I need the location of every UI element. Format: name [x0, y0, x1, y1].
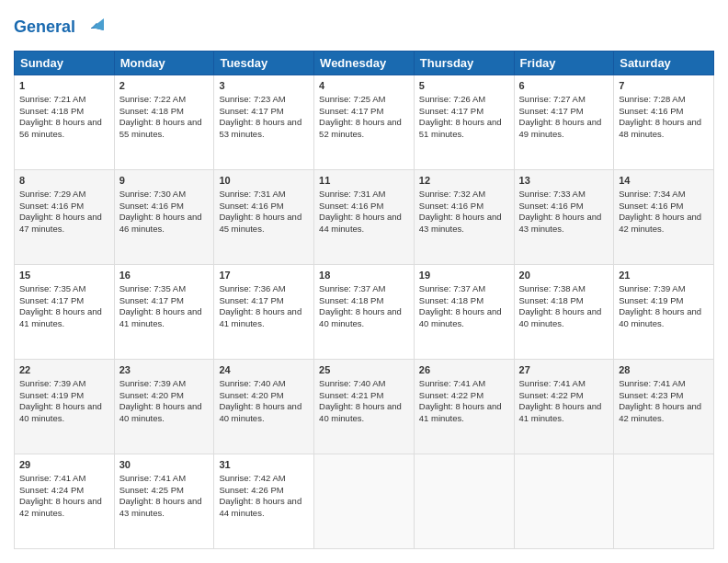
day-number: 4: [319, 79, 409, 93]
logo: General: [14, 14, 106, 41]
day-number: 31: [219, 458, 309, 472]
day-number: 30: [119, 458, 210, 472]
calendar-week-5: 29Sunrise: 7:41 AMSunset: 4:24 PMDayligh…: [15, 454, 714, 549]
calendar-table: SundayMondayTuesdayWednesdayThursdayFrid…: [14, 51, 714, 549]
page: General SundayMondayTuesdayWednesdayThur…: [0, 0, 728, 563]
calendar-week-3: 15Sunrise: 7:35 AMSunset: 4:17 PMDayligh…: [15, 265, 714, 360]
day-number: 7: [619, 79, 709, 93]
calendar-body: 1Sunrise: 7:21 AMSunset: 4:18 PMDaylight…: [15, 75, 714, 549]
calendar-week-4: 22Sunrise: 7:39 AMSunset: 4:19 PMDayligh…: [15, 360, 714, 454]
svg-marker-1: [92, 18, 104, 30]
calendar-cell: 27Sunrise: 7:41 AMSunset: 4:22 PMDayligh…: [514, 360, 614, 454]
calendar-cell: 4Sunrise: 7:25 AMSunset: 4:17 PMDaylight…: [314, 75, 415, 170]
header: General: [14, 14, 714, 41]
day-number: 5: [419, 79, 509, 93]
calendar-cell: 25Sunrise: 7:40 AMSunset: 4:21 PMDayligh…: [314, 360, 415, 454]
day-number: 15: [19, 269, 109, 282]
day-number: 12: [419, 174, 509, 188]
calendar-cell: 3Sunrise: 7:23 AMSunset: 4:17 PMDaylight…: [214, 75, 314, 170]
calendar-cell: 16Sunrise: 7:35 AMSunset: 4:17 PMDayligh…: [114, 265, 214, 360]
calendar-cell: 17Sunrise: 7:36 AMSunset: 4:17 PMDayligh…: [214, 265, 314, 360]
day-number: 13: [519, 174, 609, 188]
day-number: 2: [119, 79, 210, 93]
calendar-cell: 14Sunrise: 7:34 AMSunset: 4:16 PMDayligh…: [614, 170, 714, 265]
calendar-week-2: 8Sunrise: 7:29 AMSunset: 4:16 PMDaylight…: [15, 170, 714, 265]
logo-general: General: [14, 17, 75, 38]
day-header-saturday: Saturday: [614, 52, 714, 75]
calendar-cell: 5Sunrise: 7:26 AMSunset: 4:17 PMDaylight…: [414, 75, 514, 170]
calendar-cell: 12Sunrise: 7:32 AMSunset: 4:16 PMDayligh…: [414, 170, 514, 265]
day-number: 22: [19, 363, 109, 377]
calendar-cell: 26Sunrise: 7:41 AMSunset: 4:22 PMDayligh…: [414, 360, 514, 454]
calendar-cell: 29Sunrise: 7:41 AMSunset: 4:24 PMDayligh…: [15, 454, 115, 549]
day-header-sunday: Sunday: [15, 52, 115, 75]
day-header-tuesday: Tuesday: [214, 52, 314, 75]
day-number: 29: [19, 458, 109, 472]
calendar-cell: 18Sunrise: 7:37 AMSunset: 4:18 PMDayligh…: [314, 265, 415, 360]
day-number: 14: [619, 174, 709, 188]
calendar-cell: 7Sunrise: 7:28 AMSunset: 4:16 PMDaylight…: [614, 75, 714, 170]
calendar-cell: 31Sunrise: 7:42 AMSunset: 4:26 PMDayligh…: [214, 454, 314, 549]
day-header-friday: Friday: [514, 52, 614, 75]
calendar-cell: 22Sunrise: 7:39 AMSunset: 4:19 PMDayligh…: [15, 360, 115, 454]
day-number: 16: [119, 269, 210, 282]
logo-text: General: [14, 14, 106, 41]
calendar-cell: 11Sunrise: 7:31 AMSunset: 4:16 PMDayligh…: [314, 170, 415, 265]
day-number: 27: [519, 363, 609, 377]
calendar-cell: 8Sunrise: 7:29 AMSunset: 4:16 PMDaylight…: [15, 170, 115, 265]
day-number: 26: [419, 363, 509, 377]
day-number: 28: [619, 363, 709, 377]
logo-bird-icon: [78, 14, 106, 41]
calendar-cell: 2Sunrise: 7:22 AMSunset: 4:18 PMDaylight…: [114, 75, 214, 170]
calendar-cell: [614, 454, 714, 549]
calendar-cell: 30Sunrise: 7:41 AMSunset: 4:25 PMDayligh…: [114, 454, 214, 549]
calendar-cell: 9Sunrise: 7:30 AMSunset: 4:16 PMDaylight…: [114, 170, 214, 265]
day-header-wednesday: Wednesday: [314, 52, 415, 75]
day-number: 19: [419, 269, 509, 282]
calendar-cell: [514, 454, 614, 549]
calendar-cell: 23Sunrise: 7:39 AMSunset: 4:20 PMDayligh…: [114, 360, 214, 454]
calendar-cell: 1Sunrise: 7:21 AMSunset: 4:18 PMDaylight…: [15, 75, 115, 170]
day-number: 3: [219, 79, 309, 93]
day-number: 8: [19, 174, 109, 188]
day-number: 6: [519, 79, 609, 93]
calendar-cell: 28Sunrise: 7:41 AMSunset: 4:23 PMDayligh…: [614, 360, 714, 454]
day-number: 9: [119, 174, 210, 188]
calendar-cell: 13Sunrise: 7:33 AMSunset: 4:16 PMDayligh…: [514, 170, 614, 265]
day-number: 11: [319, 174, 409, 188]
calendar-cell: [414, 454, 514, 549]
day-number: 23: [119, 363, 210, 377]
calendar-week-1: 1Sunrise: 7:21 AMSunset: 4:18 PMDaylight…: [15, 75, 714, 170]
day-number: 10: [219, 174, 309, 188]
calendar-cell: 21Sunrise: 7:39 AMSunset: 4:19 PMDayligh…: [614, 265, 714, 360]
calendar-cell: [314, 454, 415, 549]
calendar-cell: 19Sunrise: 7:37 AMSunset: 4:18 PMDayligh…: [414, 265, 514, 360]
day-number: 1: [19, 79, 109, 93]
calendar-header-row: SundayMondayTuesdayWednesdayThursdayFrid…: [15, 52, 714, 75]
day-number: 17: [219, 269, 309, 282]
day-number: 25: [319, 363, 409, 377]
calendar-cell: 24Sunrise: 7:40 AMSunset: 4:20 PMDayligh…: [214, 360, 314, 454]
day-number: 20: [519, 269, 609, 282]
day-number: 24: [219, 363, 309, 377]
calendar-cell: 20Sunrise: 7:38 AMSunset: 4:18 PMDayligh…: [514, 265, 614, 360]
calendar-cell: 15Sunrise: 7:35 AMSunset: 4:17 PMDayligh…: [15, 265, 115, 360]
calendar-cell: 10Sunrise: 7:31 AMSunset: 4:16 PMDayligh…: [214, 170, 314, 265]
day-number: 21: [619, 269, 709, 282]
day-header-thursday: Thursday: [414, 52, 514, 75]
day-number: 18: [319, 269, 409, 282]
day-header-monday: Monday: [114, 52, 214, 75]
calendar-cell: 6Sunrise: 7:27 AMSunset: 4:17 PMDaylight…: [514, 75, 614, 170]
